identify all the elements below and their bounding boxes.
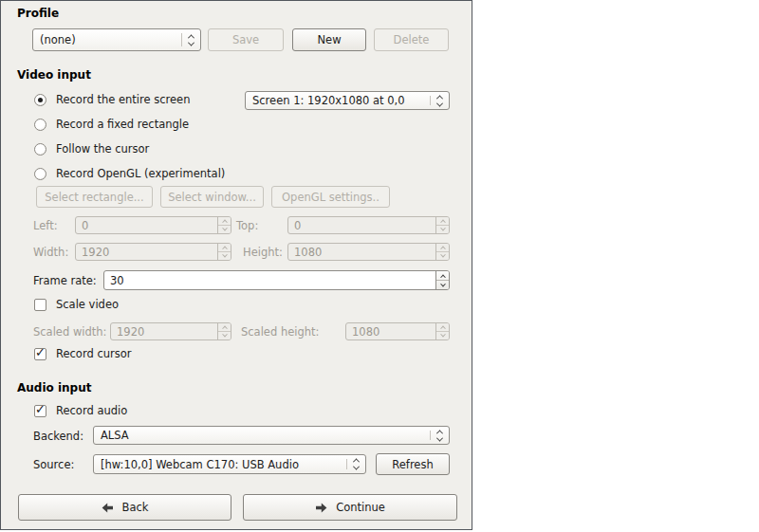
source-combobox-value: [hw:10,0] Webcam C170: USB Audio <box>94 458 346 471</box>
checkbox-checked-icon <box>34 405 46 417</box>
profile-section-header: Profile <box>17 7 59 20</box>
continue-arrow-icon <box>315 503 327 513</box>
opengl-settings-button: OpenGL settings.. <box>271 186 390 208</box>
screen-combobox-value: Screen 1: 1920x1080 at 0,0 <box>246 94 430 107</box>
checkbox-label: Record cursor <box>56 347 131 360</box>
spinner-arrows-icon <box>217 217 231 233</box>
frame-rate-label: Frame rate: <box>33 274 97 287</box>
screen-combobox[interactable]: Screen 1: 1920x1080 at 0,0 <box>245 91 450 110</box>
spinner-arrows-icon <box>435 244 449 260</box>
top-spinbox-value: 0 <box>288 217 435 233</box>
updown-arrows-icon <box>431 95 449 107</box>
top-spinbox: 0 <box>287 216 450 234</box>
select-window-button: Select window... <box>160 186 264 208</box>
continue-button[interactable]: Continue <box>243 494 457 521</box>
back-button-label: Back <box>122 501 149 514</box>
radio-record-opengl[interactable]: Record OpenGL (experimental) <box>34 167 225 180</box>
radio-icon <box>34 168 46 180</box>
updown-arrows-icon <box>347 458 365 470</box>
frame-rate-spinbox[interactable]: 30 <box>103 270 450 290</box>
select-rectangle-button: Select rectangle... <box>36 186 153 208</box>
updown-arrows-icon <box>431 430 449 442</box>
width-spinbox: 1920 <box>75 243 231 261</box>
profile-combobox-value: (none) <box>33 33 181 46</box>
radio-label: Record OpenGL (experimental) <box>56 167 225 180</box>
scale-video-checkbox[interactable]: Scale video <box>34 298 119 311</box>
backend-label: Backend: <box>33 430 83 443</box>
width-label: Width: <box>33 246 68 259</box>
scaled-width-label: Scaled width: <box>33 325 106 339</box>
checkbox-unchecked-icon <box>34 299 46 311</box>
scaled-height-spinbox: 1080 <box>345 322 450 340</box>
spinner-arrows-icon <box>217 323 231 339</box>
spinner-arrows-icon <box>435 217 449 233</box>
radio-follow-cursor[interactable]: Follow the cursor <box>34 142 149 156</box>
top-label: Top: <box>236 219 258 232</box>
height-spinbox-value: 1080 <box>288 244 435 260</box>
left-spinbox-value: 0 <box>76 217 217 233</box>
page: Profile (none) Save New Delete Video inp… <box>0 0 759 532</box>
backend-combobox-value: ALSA <box>94 429 430 442</box>
audio-input-section-header: Audio input <box>17 381 91 394</box>
source-label: Source: <box>33 458 74 471</box>
save-button: Save <box>208 28 284 51</box>
radio-record-fixed-rectangle[interactable]: Record a fixed rectangle <box>34 118 189 131</box>
scaled-width-value: 1920 <box>111 323 217 339</box>
back-button[interactable]: Back <box>18 494 231 521</box>
height-spinbox: 1080 <box>287 243 450 261</box>
radio-label: Follow the cursor <box>56 142 149 156</box>
source-combobox[interactable]: [hw:10,0] Webcam C170: USB Audio <box>93 454 366 474</box>
record-cursor-checkbox[interactable]: Record cursor <box>34 347 131 360</box>
radio-label: Record a fixed rectangle <box>56 118 189 131</box>
radio-selected-icon <box>34 94 46 106</box>
back-arrow-icon <box>102 503 114 513</box>
continue-button-label: Continue <box>336 501 385 514</box>
spinner-arrows-icon[interactable] <box>435 271 449 289</box>
new-button[interactable]: New <box>292 28 366 51</box>
checkbox-checked-icon <box>34 348 46 360</box>
scaled-height-value: 1080 <box>346 323 435 339</box>
left-spinbox: 0 <box>75 216 231 234</box>
scaled-height-label: Scaled height: <box>241 325 319 339</box>
radio-label: Record the entire screen <box>56 93 190 106</box>
checkbox-label: Scale video <box>56 298 119 311</box>
radio-record-entire-screen[interactable]: Record the entire screen <box>34 93 190 106</box>
spinner-arrows-icon <box>217 244 231 260</box>
refresh-button[interactable]: Refresh <box>376 453 450 475</box>
video-input-section-header: Video input <box>17 68 91 82</box>
height-label: Height: <box>243 246 283 259</box>
checkbox-label: Record audio <box>56 404 127 417</box>
left-label: Left: <box>33 219 58 232</box>
spinner-arrows-icon <box>435 323 449 339</box>
width-spinbox-value: 1920 <box>76 244 217 260</box>
radio-icon <box>34 119 46 131</box>
profile-combobox[interactable]: (none) <box>32 28 201 51</box>
record-audio-checkbox[interactable]: Record audio <box>34 404 127 417</box>
updown-arrows-icon <box>182 34 200 46</box>
scaled-width-spinbox: 1920 <box>110 322 231 340</box>
radio-icon <box>34 143 46 156</box>
frame-rate-value: 30 <box>104 271 435 289</box>
input-settings-dialog: Profile (none) Save New Delete Video inp… <box>0 0 472 530</box>
delete-button: Delete <box>374 28 449 51</box>
backend-combobox[interactable]: ALSA <box>93 426 450 445</box>
